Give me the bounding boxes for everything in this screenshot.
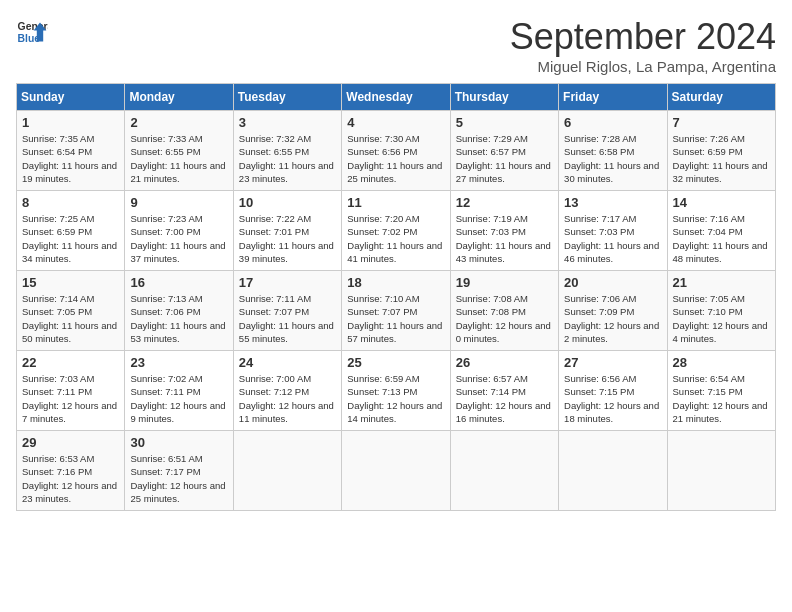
week-row-4: 22 Sunrise: 7:03 AMSunset: 7:11 PMDaylig…	[17, 351, 776, 431]
day-number: 10	[239, 195, 336, 210]
col-header-monday: Monday	[125, 84, 233, 111]
day-number: 8	[22, 195, 119, 210]
cell-content: Sunrise: 7:14 AMSunset: 7:05 PMDaylight:…	[22, 292, 119, 345]
cell-content: Sunrise: 7:03 AMSunset: 7:11 PMDaylight:…	[22, 372, 119, 425]
logo: General Blue	[16, 16, 48, 48]
day-number: 14	[673, 195, 770, 210]
week-row-1: 1 Sunrise: 7:35 AMSunset: 6:54 PMDayligh…	[17, 111, 776, 191]
day-number: 27	[564, 355, 661, 370]
day-number: 7	[673, 115, 770, 130]
header-row: SundayMondayTuesdayWednesdayThursdayFrid…	[17, 84, 776, 111]
location-title: Miguel Riglos, La Pampa, Argentina	[510, 58, 776, 75]
week-row-2: 8 Sunrise: 7:25 AMSunset: 6:59 PMDayligh…	[17, 191, 776, 271]
calendar-cell: 20 Sunrise: 7:06 AMSunset: 7:09 PMDaylig…	[559, 271, 667, 351]
cell-content: Sunrise: 7:10 AMSunset: 7:07 PMDaylight:…	[347, 292, 444, 345]
cell-content: Sunrise: 7:19 AMSunset: 7:03 PMDaylight:…	[456, 212, 553, 265]
calendar-cell: 3 Sunrise: 7:32 AMSunset: 6:55 PMDayligh…	[233, 111, 341, 191]
cell-content: Sunrise: 6:59 AMSunset: 7:13 PMDaylight:…	[347, 372, 444, 425]
day-number: 2	[130, 115, 227, 130]
calendar-cell: 21 Sunrise: 7:05 AMSunset: 7:10 PMDaylig…	[667, 271, 775, 351]
day-number: 3	[239, 115, 336, 130]
day-number: 28	[673, 355, 770, 370]
cell-content: Sunrise: 6:51 AMSunset: 7:17 PMDaylight:…	[130, 452, 227, 505]
day-number: 23	[130, 355, 227, 370]
day-number: 22	[22, 355, 119, 370]
calendar-cell: 30 Sunrise: 6:51 AMSunset: 7:17 PMDaylig…	[125, 431, 233, 511]
cell-content: Sunrise: 7:00 AMSunset: 7:12 PMDaylight:…	[239, 372, 336, 425]
calendar-cell: 4 Sunrise: 7:30 AMSunset: 6:56 PMDayligh…	[342, 111, 450, 191]
cell-content: Sunrise: 7:08 AMSunset: 7:08 PMDaylight:…	[456, 292, 553, 345]
calendar-cell: 23 Sunrise: 7:02 AMSunset: 7:11 PMDaylig…	[125, 351, 233, 431]
calendar-cell: 14 Sunrise: 7:16 AMSunset: 7:04 PMDaylig…	[667, 191, 775, 271]
calendar-cell: 7 Sunrise: 7:26 AMSunset: 6:59 PMDayligh…	[667, 111, 775, 191]
calendar-cell: 5 Sunrise: 7:29 AMSunset: 6:57 PMDayligh…	[450, 111, 558, 191]
calendar-cell: 11 Sunrise: 7:20 AMSunset: 7:02 PMDaylig…	[342, 191, 450, 271]
day-number: 18	[347, 275, 444, 290]
day-number: 21	[673, 275, 770, 290]
calendar-cell: 27 Sunrise: 6:56 AMSunset: 7:15 PMDaylig…	[559, 351, 667, 431]
day-number: 29	[22, 435, 119, 450]
calendar-cell: 15 Sunrise: 7:14 AMSunset: 7:05 PMDaylig…	[17, 271, 125, 351]
cell-content: Sunrise: 6:56 AMSunset: 7:15 PMDaylight:…	[564, 372, 661, 425]
day-number: 20	[564, 275, 661, 290]
logo-icon: General Blue	[16, 16, 48, 48]
calendar-cell	[559, 431, 667, 511]
day-number: 1	[22, 115, 119, 130]
day-number: 11	[347, 195, 444, 210]
col-header-friday: Friday	[559, 84, 667, 111]
day-number: 30	[130, 435, 227, 450]
day-number: 26	[456, 355, 553, 370]
calendar-cell: 29 Sunrise: 6:53 AMSunset: 7:16 PMDaylig…	[17, 431, 125, 511]
calendar-cell: 19 Sunrise: 7:08 AMSunset: 7:08 PMDaylig…	[450, 271, 558, 351]
calendar-cell: 26 Sunrise: 6:57 AMSunset: 7:14 PMDaylig…	[450, 351, 558, 431]
calendar-cell: 17 Sunrise: 7:11 AMSunset: 7:07 PMDaylig…	[233, 271, 341, 351]
calendar-cell: 13 Sunrise: 7:17 AMSunset: 7:03 PMDaylig…	[559, 191, 667, 271]
cell-content: Sunrise: 7:29 AMSunset: 6:57 PMDaylight:…	[456, 132, 553, 185]
day-number: 19	[456, 275, 553, 290]
col-header-wednesday: Wednesday	[342, 84, 450, 111]
cell-content: Sunrise: 7:02 AMSunset: 7:11 PMDaylight:…	[130, 372, 227, 425]
calendar-cell: 18 Sunrise: 7:10 AMSunset: 7:07 PMDaylig…	[342, 271, 450, 351]
day-number: 9	[130, 195, 227, 210]
cell-content: Sunrise: 7:17 AMSunset: 7:03 PMDaylight:…	[564, 212, 661, 265]
day-number: 6	[564, 115, 661, 130]
cell-content: Sunrise: 7:25 AMSunset: 6:59 PMDaylight:…	[22, 212, 119, 265]
calendar-cell: 10 Sunrise: 7:22 AMSunset: 7:01 PMDaylig…	[233, 191, 341, 271]
cell-content: Sunrise: 7:11 AMSunset: 7:07 PMDaylight:…	[239, 292, 336, 345]
calendar-cell: 12 Sunrise: 7:19 AMSunset: 7:03 PMDaylig…	[450, 191, 558, 271]
cell-content: Sunrise: 7:13 AMSunset: 7:06 PMDaylight:…	[130, 292, 227, 345]
calendar-cell	[450, 431, 558, 511]
calendar-cell	[233, 431, 341, 511]
calendar-cell: 9 Sunrise: 7:23 AMSunset: 7:00 PMDayligh…	[125, 191, 233, 271]
col-header-tuesday: Tuesday	[233, 84, 341, 111]
day-number: 12	[456, 195, 553, 210]
calendar-cell	[342, 431, 450, 511]
calendar-cell: 8 Sunrise: 7:25 AMSunset: 6:59 PMDayligh…	[17, 191, 125, 271]
cell-content: Sunrise: 7:05 AMSunset: 7:10 PMDaylight:…	[673, 292, 770, 345]
day-number: 15	[22, 275, 119, 290]
col-header-saturday: Saturday	[667, 84, 775, 111]
calendar-cell: 22 Sunrise: 7:03 AMSunset: 7:11 PMDaylig…	[17, 351, 125, 431]
page-header: General Blue September 2024 Miguel Riglo…	[16, 16, 776, 75]
week-row-3: 15 Sunrise: 7:14 AMSunset: 7:05 PMDaylig…	[17, 271, 776, 351]
day-number: 5	[456, 115, 553, 130]
calendar-cell: 6 Sunrise: 7:28 AMSunset: 6:58 PMDayligh…	[559, 111, 667, 191]
calendar-table: SundayMondayTuesdayWednesdayThursdayFrid…	[16, 83, 776, 511]
day-number: 24	[239, 355, 336, 370]
cell-content: Sunrise: 7:26 AMSunset: 6:59 PMDaylight:…	[673, 132, 770, 185]
calendar-cell: 2 Sunrise: 7:33 AMSunset: 6:55 PMDayligh…	[125, 111, 233, 191]
calendar-cell: 16 Sunrise: 7:13 AMSunset: 7:06 PMDaylig…	[125, 271, 233, 351]
col-header-sunday: Sunday	[17, 84, 125, 111]
day-number: 13	[564, 195, 661, 210]
month-title: September 2024	[510, 16, 776, 58]
day-number: 16	[130, 275, 227, 290]
cell-content: Sunrise: 7:22 AMSunset: 7:01 PMDaylight:…	[239, 212, 336, 265]
calendar-cell: 28 Sunrise: 6:54 AMSunset: 7:15 PMDaylig…	[667, 351, 775, 431]
cell-content: Sunrise: 7:23 AMSunset: 7:00 PMDaylight:…	[130, 212, 227, 265]
calendar-cell	[667, 431, 775, 511]
title-block: September 2024 Miguel Riglos, La Pampa, …	[510, 16, 776, 75]
cell-content: Sunrise: 7:16 AMSunset: 7:04 PMDaylight:…	[673, 212, 770, 265]
calendar-cell: 1 Sunrise: 7:35 AMSunset: 6:54 PMDayligh…	[17, 111, 125, 191]
calendar-cell: 24 Sunrise: 7:00 AMSunset: 7:12 PMDaylig…	[233, 351, 341, 431]
cell-content: Sunrise: 6:57 AMSunset: 7:14 PMDaylight:…	[456, 372, 553, 425]
